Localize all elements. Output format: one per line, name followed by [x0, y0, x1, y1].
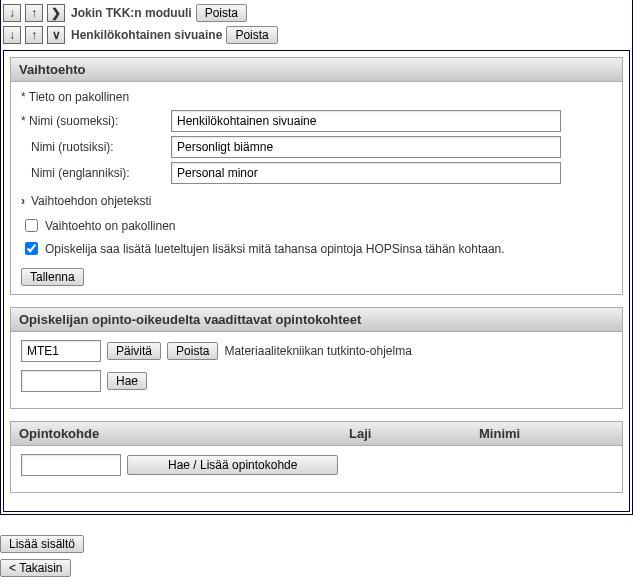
move-down-icon[interactable]: ↓	[3, 26, 21, 44]
collapse-icon[interactable]: ∨	[47, 26, 65, 44]
program-description: Materiaalitekniikan tutkinto-ohjelma	[224, 344, 411, 358]
help-text-toggle[interactable]: › Vaihtoehdon ohjeteksti	[21, 194, 612, 208]
move-up-icon[interactable]: ↑	[25, 4, 43, 22]
save-button[interactable]: Tallenna	[21, 268, 84, 286]
help-text-label: Vaihtoehdon ohjeteksti	[31, 194, 152, 208]
name-en-label: Nimi (englanniksi):	[21, 166, 171, 180]
col-opintokohde: Opintokohde	[11, 422, 341, 445]
name-sv-input[interactable]	[171, 136, 561, 158]
name-fi-input[interactable]	[171, 110, 561, 132]
module-row-personal: ↓ ↑ ∨ Henkilökohtainen sivuaine Poista	[3, 24, 630, 46]
module-row-tkk: ↓ ↑ ❯ Jokin TKK:n moduuli Poista	[3, 2, 630, 24]
update-button[interactable]: Päivitä	[107, 342, 161, 360]
extra-studies-checkbox-label: Opiskelija saa lisätä lueteltujen lisäks…	[45, 242, 505, 256]
search-button[interactable]: Hae	[107, 372, 147, 390]
search-code-input[interactable]	[21, 370, 101, 392]
mandatory-note: * Tieto on pakollinen	[21, 90, 612, 104]
remove-button[interactable]: Poista	[196, 4, 247, 22]
add-course-button[interactable]: Hae / Lisää opintokohde	[127, 455, 338, 475]
name-sv-label: Nimi (ruotsiksi):	[21, 140, 171, 154]
course-code-input[interactable]	[21, 454, 121, 476]
expand-icon[interactable]: ❯	[47, 4, 65, 22]
course-panel: Opintokohde Laji Minimi Hae / Lisää opin…	[10, 421, 623, 493]
code-input[interactable]	[21, 340, 101, 362]
name-fi-label: * Nimi (suomeksi):	[21, 114, 171, 128]
course-table-header: Opintokohde Laji Minimi	[11, 422, 622, 446]
module-label: Jokin TKK:n moduuli	[71, 6, 192, 20]
module-detail-frame: Vaihtoehto * Tieto on pakollinen * Nimi …	[3, 50, 630, 512]
move-up-icon[interactable]: ↑	[25, 26, 43, 44]
add-content-button[interactable]: Lisää sisältö	[0, 535, 84, 553]
option-panel-title: Vaihtoehto	[11, 58, 622, 82]
module-label: Henkilökohtainen sivuaine	[71, 28, 222, 42]
mandatory-checkbox[interactable]	[25, 219, 38, 232]
remove-button[interactable]: Poista	[226, 26, 277, 44]
option-panel: Vaihtoehto * Tieto on pakollinen * Nimi …	[10, 57, 623, 295]
col-laji: Laji	[341, 422, 471, 445]
col-minimi: Minimi	[471, 422, 622, 445]
remove-button[interactable]: Poista	[167, 342, 218, 360]
move-down-icon[interactable]: ↓	[3, 4, 21, 22]
study-rights-panel: Opiskelijan opinto-oikeudelta vaadittava…	[10, 307, 623, 409]
study-rights-title: Opiskelijan opinto-oikeudelta vaadittava…	[11, 308, 622, 332]
mandatory-checkbox-label: Vaihtoehto on pakollinen	[45, 219, 176, 233]
name-en-input[interactable]	[171, 162, 561, 184]
back-button[interactable]: < Takaisin	[0, 559, 71, 577]
chevron-right-icon: ›	[21, 194, 31, 208]
extra-studies-checkbox[interactable]	[25, 242, 38, 255]
